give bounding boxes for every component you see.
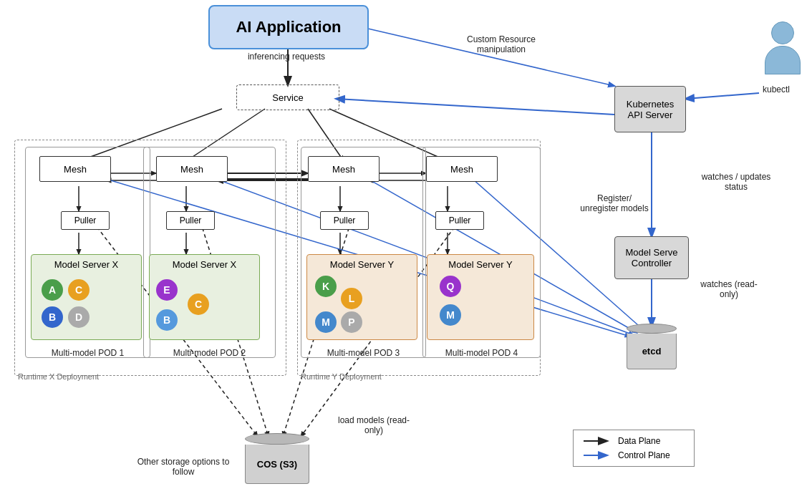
person-body: [765, 46, 801, 74]
runtime-x-label: Runtime X Deployment: [18, 372, 99, 381]
legend-box: Data Plane Control Plane: [573, 430, 695, 467]
register-label: Register/ unregister models: [579, 193, 650, 213]
other-storage-label: Other storage options to follow: [133, 457, 233, 477]
model-d-circle: D: [68, 306, 90, 328]
legend-control-plane: Control Plane: [584, 450, 684, 460]
legend-data-plane: Data Plane: [584, 436, 684, 446]
svg-line-26: [686, 93, 759, 99]
model-b-circle: B: [42, 306, 63, 328]
etcd-cylinder: etcd: [627, 324, 677, 369]
cos-cylinder: COS (S3): [245, 433, 309, 484]
model-l-circle: L: [341, 288, 362, 309]
puller4-box: Puller: [435, 211, 484, 230]
model-e-circle: E: [156, 279, 178, 301]
kubernetes-api-box: Kubernetes API Server: [614, 86, 686, 132]
kubernetes-api-label: Kubernetes API Server: [627, 99, 675, 120]
mesh3-box: Mesh: [308, 156, 380, 182]
model-server-x1-label: Model Server X: [32, 259, 141, 270]
model-serve-controller-label: Model Serve Controller: [626, 247, 678, 268]
load-models-label: load models (read-only): [331, 415, 417, 435]
model-q-circle: Q: [440, 276, 461, 297]
ai-application-label: AI Application: [236, 18, 341, 37]
puller1-box: Puller: [61, 211, 110, 230]
model-b2-circle: B: [156, 309, 178, 331]
model-server-y1-label: Model Server Y: [307, 259, 417, 270]
etcd-body: etcd: [627, 334, 677, 369]
watches-readonly-label: watches (read-only): [693, 279, 765, 299]
cos-top: [245, 433, 309, 445]
custom-resource-label: Custom Resource manipulation: [444, 34, 559, 54]
runtime-y-label: Runtime Y Deployment: [301, 372, 382, 381]
pod2-label: Multi-model POD 2: [143, 348, 276, 358]
pod4-label: Multi-model POD 4: [422, 348, 541, 358]
service-box: Service: [236, 84, 339, 110]
pod3-label: Multi-model POD 3: [301, 348, 426, 358]
service-label: Service: [272, 92, 303, 103]
person-head: [771, 21, 794, 44]
model-server-y2-box: Model Server Y: [427, 254, 534, 340]
model-a-circle: A: [42, 279, 63, 301]
model-c2-circle: C: [188, 294, 209, 315]
model-serve-controller-box: Model Serve Controller: [614, 236, 689, 279]
model-m2-circle: M: [440, 304, 461, 326]
etcd-top: [627, 324, 677, 334]
model-server-y2-label: Model Server Y: [427, 259, 533, 270]
mesh2-box: Mesh: [156, 156, 228, 182]
mesh4-box: Mesh: [426, 156, 498, 182]
svg-line-24: [337, 99, 614, 115]
model-c-circle: C: [68, 279, 90, 301]
ai-application-box: AI Application: [208, 5, 369, 49]
watches-updates-label: watches / updates status: [693, 172, 779, 192]
user-icon: [765, 21, 801, 74]
puller2-box: Puller: [166, 211, 215, 230]
puller3-box: Puller: [320, 211, 369, 230]
cos-body: COS (S3): [245, 445, 309, 484]
model-k-circle: K: [315, 276, 337, 297]
inferencing-label: inferencing requests: [243, 52, 329, 62]
pod1-label: Multi-model POD 1: [25, 348, 150, 358]
model-m-circle: M: [315, 311, 337, 333]
diagram: AI Application inferencing requests Serv…: [0, 0, 812, 504]
model-p-circle: P: [341, 311, 362, 333]
mesh1-box: Mesh: [39, 156, 111, 182]
kubectl-label: kubectl: [763, 84, 790, 94]
model-server-x2-label: Model Server X: [150, 259, 259, 270]
